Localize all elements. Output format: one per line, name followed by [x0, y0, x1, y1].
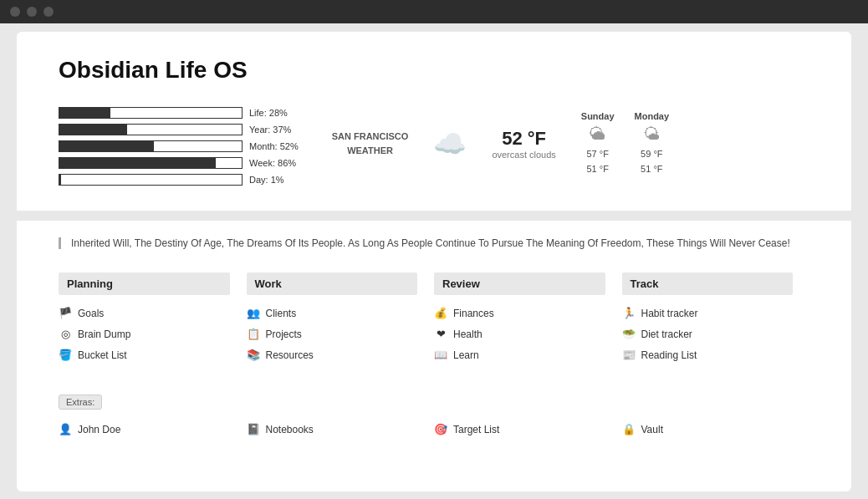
forecast-day-name: Sunday	[581, 111, 615, 121]
close-button[interactable]	[10, 7, 20, 17]
weather-current-icon: ☁️	[433, 128, 467, 160]
forecast-day: Monday🌤59 °F51 °F	[635, 111, 670, 176]
category-item[interactable]: 📰Reading List	[622, 349, 794, 361]
progress-bar-container	[59, 140, 243, 152]
category-section-work: Work👥Clients📋Projects📚Resources	[247, 272, 435, 369]
category-header-review: Review	[434, 272, 605, 295]
category-header-track: Track	[622, 272, 794, 295]
item-icon: 💰	[434, 307, 447, 319]
extras-item-label: John Doe	[78, 424, 120, 435]
extras-item-icon: 👤	[59, 423, 72, 435]
category-item[interactable]: 🥗Diet tracker	[622, 328, 794, 340]
progress-bar-container	[59, 107, 243, 119]
progress-bar-container	[59, 174, 243, 186]
forecast-day-icon: 🌥	[581, 125, 615, 144]
extras-item-icon: 🎯	[434, 423, 447, 435]
category-item[interactable]: 🏴Goals	[59, 307, 230, 319]
extras-item-label: Vault	[641, 424, 663, 435]
extras-item[interactable]: 🔒Vault	[622, 423, 810, 435]
progress-bar-container	[59, 124, 243, 135]
title-bar	[0, 0, 868, 23]
item-label: Clients	[266, 308, 297, 319]
item-label: Resources	[266, 349, 314, 361]
minimize-button[interactable]	[27, 7, 37, 17]
category-item[interactable]: ❤Health	[434, 328, 605, 340]
forecast-day: Sunday🌥57 °F51 °F	[581, 111, 615, 176]
extras-item[interactable]: 📓Notebooks	[247, 423, 435, 435]
category-item[interactable]: 👥Clients	[247, 307, 418, 319]
item-icon: ❤	[434, 328, 447, 340]
category-item[interactable]: 🏃Habit tracker	[622, 307, 794, 319]
extras-item[interactable]: 👤John Doe	[59, 423, 247, 435]
category-item[interactable]: 📚Resources	[247, 349, 418, 361]
progress-row: Day: 1%	[59, 174, 299, 186]
category-item[interactable]: 📖Learn	[434, 349, 605, 361]
section-divider	[17, 211, 851, 221]
extras-section: Extras: 👤John Doe📓Notebooks🎯Target List🔒…	[59, 395, 809, 435]
extras-item-label: Target List	[453, 424, 499, 435]
progress-bar-container	[59, 157, 243, 169]
weather-section: SAN FRANCISCO WEATHER ☁️ 52 °F overcast …	[332, 107, 809, 176]
extras-item-icon: 🔒	[622, 423, 636, 435]
item-label: Reading List	[641, 349, 697, 361]
category-header-planning: Planning	[59, 272, 230, 295]
item-icon: 📖	[434, 349, 447, 361]
category-header-work: Work	[247, 272, 418, 295]
progress-bar-fill	[59, 175, 61, 185]
app-title: Obsidian Life OS	[59, 57, 809, 84]
item-icon: 🪣	[59, 349, 72, 361]
progress-bar-fill	[59, 141, 154, 151]
category-item[interactable]: 💰Finances	[434, 307, 605, 319]
item-label: Projects	[266, 328, 302, 340]
progress-row: Year: 37%	[59, 124, 299, 135]
extras-label: Extras:	[59, 395, 102, 410]
maximize-button[interactable]	[43, 7, 54, 17]
item-label: Brain Dump	[78, 328, 130, 340]
progress-bar-fill	[59, 108, 110, 118]
extras-item-icon: 📓	[247, 423, 260, 435]
progress-label: Year: 37%	[249, 125, 291, 135]
forecast-day-icon: 🌤	[635, 125, 670, 144]
forecast-day-name: Monday	[635, 111, 670, 121]
weather-current-temp: 52 °F overcast clouds	[492, 128, 555, 160]
category-section-track: Track🏃Habit tracker🥗Diet tracker📰Reading…	[622, 272, 810, 369]
progress-row: Week: 86%	[59, 157, 299, 169]
quote-block: Inherited Will, The Destiny Of Age, The …	[59, 237, 809, 249]
progress-section: Life: 28%Year: 37%Month: 52%Week: 86%Day…	[59, 107, 299, 191]
category-item[interactable]: ◎Brain Dump	[59, 328, 230, 340]
category-section-planning: Planning🏴Goals◎Brain Dump🪣Bucket List	[59, 272, 247, 369]
progress-bar-fill	[59, 158, 216, 168]
main-window: Obsidian Life OS Life: 28%Year: 37%Month…	[17, 32, 851, 491]
item-icon: 🏃	[622, 307, 636, 319]
extras-item[interactable]: 🎯Target List	[434, 423, 622, 435]
item-label: Health	[453, 328, 483, 340]
category-item[interactable]: 📋Projects	[247, 328, 418, 340]
extras-item-label: Notebooks	[266, 424, 314, 435]
item-icon: 🏴	[59, 307, 72, 319]
forecast-temps: 57 °F51 °F	[581, 147, 615, 176]
item-icon: 📚	[247, 349, 260, 361]
item-label: Bucket List	[78, 349, 127, 361]
forecast-temps: 59 °F51 °F	[635, 147, 670, 176]
item-label: Finances	[453, 308, 494, 319]
extras-grid: 👤John Doe📓Notebooks🎯Target List🔒Vault	[59, 423, 809, 435]
item-icon: ◎	[59, 328, 72, 340]
categories-grid: Planning🏴Goals◎Brain Dump🪣Bucket ListWor…	[59, 272, 809, 369]
weather-location: SAN FRANCISCO WEATHER	[332, 130, 409, 159]
item-icon: 📋	[247, 328, 260, 340]
progress-bar-fill	[59, 125, 127, 135]
item-icon: 👥	[247, 307, 260, 319]
item-label: Habit tracker	[641, 308, 698, 319]
category-section-review: Review💰Finances❤Health📖Learn	[434, 272, 622, 369]
progress-row: Month: 52%	[59, 140, 299, 152]
top-section: Life: 28%Year: 37%Month: 52%Week: 86%Day…	[59, 107, 809, 191]
weather-forecast: Sunday🌥57 °F51 °FMonday🌤59 °F51 °F	[581, 111, 669, 176]
item-label: Goals	[78, 308, 104, 319]
item-icon: 📰	[622, 349, 636, 361]
category-item[interactable]: 🪣Bucket List	[59, 349, 230, 361]
item-label: Diet tracker	[641, 328, 692, 340]
progress-label: Life: 28%	[249, 108, 288, 118]
progress-row: Life: 28%	[59, 107, 299, 119]
item-label: Learn	[453, 349, 479, 361]
item-icon: 🥗	[622, 328, 636, 340]
